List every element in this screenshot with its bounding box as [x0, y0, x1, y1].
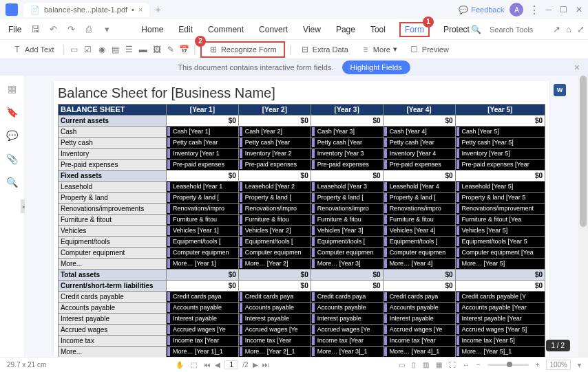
extra-data-button[interactable]: ⊟ Extra Data: [296, 43, 353, 56]
comments-icon[interactable]: 💬: [6, 129, 19, 142]
form-field[interactable]: Equipment/tools [: [238, 237, 311, 248]
fullscreen-icon[interactable]: ⛶: [449, 361, 456, 369]
form-field[interactable]: Property & land [: [238, 193, 311, 204]
form-field[interactable]: Leasehold [Year 4: [383, 182, 455, 193]
zoom-thumb[interactable]: [507, 362, 512, 367]
form-field[interactable]: Pre-paid expenses [Year: [455, 160, 545, 171]
form-field[interactable]: Pre-paid expenses: [311, 160, 383, 171]
form-field[interactable]: More… [Year 2]_1: [238, 347, 311, 358]
form-field[interactable]: Vehicles [Year 4]: [383, 226, 455, 237]
form-field[interactable]: Income tax [Year: [383, 336, 455, 347]
page-number-input[interactable]: [224, 360, 238, 369]
single-page-icon[interactable]: ▯: [412, 361, 416, 369]
date-tool-icon[interactable]: 📅: [180, 45, 189, 54]
form-field[interactable]: Accounts payable: [166, 303, 238, 314]
form-field[interactable]: Furniture & fitou: [383, 215, 455, 226]
form-field[interactable]: Accounts payable: [311, 303, 383, 314]
form-field[interactable]: Inventory [Year 1: [166, 149, 238, 160]
form-field[interactable]: Vehicles [Year 3]: [311, 226, 383, 237]
form-field[interactable]: Renovations/improvement: [455, 204, 545, 215]
bookmarks-icon[interactable]: 🔖: [6, 106, 19, 118]
form-field[interactable]: Credit cards paya: [383, 292, 455, 303]
select-tool-icon[interactable]: ⬚: [191, 361, 197, 369]
form-field[interactable]: Cash [Year 2]: [238, 127, 311, 138]
form-field[interactable]: Renovations/impro: [383, 204, 455, 215]
more-menu-icon[interactable]: ⋮: [529, 3, 540, 17]
menu-home[interactable]: Home: [140, 22, 165, 37]
minimize-button[interactable]: ─: [545, 5, 552, 14]
infobar-close-icon[interactable]: ×: [574, 62, 580, 73]
form-field[interactable]: Computer equipmen: [166, 248, 238, 259]
signature-tool-icon[interactable]: ✎: [166, 45, 176, 54]
zoom-dropdown-icon[interactable]: ▾: [578, 361, 581, 369]
image-tool-icon[interactable]: 🖼: [152, 45, 162, 54]
form-field[interactable]: Computer equipmen: [383, 248, 455, 259]
form-field[interactable]: Accounts payable [Year: [455, 303, 545, 314]
document-tab[interactable]: 📄 balance-she...plate-1.pdf • ×: [23, 3, 149, 17]
form-field[interactable]: Income tax [Year: [238, 336, 311, 347]
form-field[interactable]: Interest payable: [311, 314, 383, 325]
thumbnails-icon[interactable]: ▦: [6, 83, 19, 95]
form-field[interactable]: Income tax [Year: [311, 336, 383, 347]
form-field[interactable]: Vehicles [Year 1]: [166, 226, 238, 237]
button-tool-icon[interactable]: ▬: [138, 45, 148, 54]
menu-page[interactable]: Page: [335, 22, 357, 37]
prev-page-icon[interactable]: ◀: [215, 361, 220, 369]
list-tool-icon[interactable]: ☰: [125, 45, 134, 54]
form-field[interactable]: Pre-paid expenses: [238, 160, 311, 171]
form-field[interactable]: Cash [Year 5]: [455, 127, 545, 138]
form-field[interactable]: More… [Year 1]_1: [166, 347, 238, 358]
close-tab-icon[interactable]: ×: [138, 6, 143, 14]
form-field[interactable]: Renovations/impro: [238, 204, 311, 215]
form-field[interactable]: Renovations/impro: [166, 204, 238, 215]
form-field[interactable]: More… [Year 3]_1: [311, 347, 383, 358]
attachments-icon[interactable]: 📎: [6, 153, 19, 165]
menu-protect[interactable]: Protect: [442, 22, 471, 37]
form-field[interactable]: Interest payable: [383, 314, 455, 325]
preview-button[interactable]: ☐ Preview: [406, 43, 453, 56]
add-tab-button[interactable]: +: [155, 4, 160, 15]
menu-tool[interactable]: Tool: [369, 22, 387, 37]
form-field[interactable]: Vehicles [Year 5]: [455, 226, 545, 237]
form-field[interactable]: Computer equipmen: [311, 248, 383, 259]
form-field[interactable]: Interest payable: [238, 314, 311, 325]
form-field[interactable]: Inventory [Year 5]: [455, 149, 545, 160]
print-icon[interactable]: ⎙: [83, 24, 94, 35]
form-field[interactable]: Credit cards paya: [166, 292, 238, 303]
form-field[interactable]: More… [Year 4]: [383, 259, 455, 270]
form-field[interactable]: Inventory [Year 2: [238, 149, 311, 160]
form-field[interactable]: Equipment/tools [: [311, 237, 383, 248]
form-field[interactable]: Credit cards payable [Y: [455, 292, 545, 303]
undo-icon[interactable]: ↶: [48, 24, 59, 35]
form-field[interactable]: More… [Year 4]_1: [383, 347, 455, 358]
form-field[interactable]: Accrued wages [Ye: [238, 325, 311, 336]
form-field[interactable]: Income tax [Year 5]: [455, 336, 545, 347]
highlight-fields-button[interactable]: Highlight Fields: [342, 61, 410, 74]
last-page-icon[interactable]: ⏭: [262, 361, 269, 369]
form-field[interactable]: Pre-paid expenses: [383, 160, 455, 171]
form-field[interactable]: Pre-paid expenses: [166, 160, 238, 171]
form-field[interactable]: Furniture & fitou: [311, 215, 383, 226]
maximize-button[interactable]: ☐: [560, 5, 567, 14]
share-icon[interactable]: ↗: [553, 24, 560, 34]
menu-edit[interactable]: Edit: [177, 22, 194, 37]
menu-convert[interactable]: Convert: [258, 22, 289, 37]
form-field[interactable]: Furniture & fitou: [238, 215, 311, 226]
form-field[interactable]: Leasehold [Year 2: [238, 182, 311, 193]
form-field[interactable]: Petty cash [Year: [166, 138, 238, 149]
form-field[interactable]: Computer equipmen: [238, 248, 311, 259]
textfield-tool-icon[interactable]: ▭: [70, 45, 79, 54]
form-field[interactable]: Computer equipment [Yea: [455, 248, 545, 259]
expand-icon[interactable]: ⤢: [577, 24, 585, 34]
form-field[interactable]: Leasehold [Year 5]: [455, 182, 545, 193]
form-field[interactable]: Credit cards paya: [238, 292, 311, 303]
close-window-button[interactable]: ✕: [576, 5, 582, 14]
next-page-icon[interactable]: ▶: [253, 361, 258, 369]
first-page-icon[interactable]: ⏮: [204, 361, 211, 369]
form-field[interactable]: Leasehold [Year 3: [311, 182, 383, 193]
home-icon[interactable]: ⌂: [566, 24, 571, 34]
form-field[interactable]: More… [Year 3]: [311, 259, 383, 270]
form-field[interactable]: More… [Year 2]: [238, 259, 311, 270]
form-field[interactable]: Petty cash [Year: [383, 138, 455, 149]
form-field[interactable]: Equipment/tools [: [383, 237, 455, 248]
